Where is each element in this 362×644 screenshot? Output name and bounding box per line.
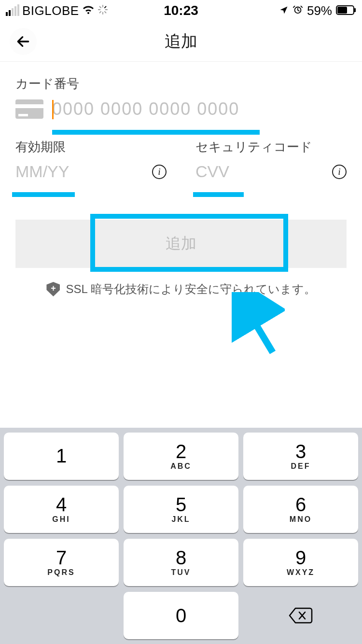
key-4[interactable]: 4GHI [4,486,119,533]
annotation-underline-cvv [193,192,244,197]
status-left: BIGLOBE [6,3,108,18]
svg-rect-11 [354,8,356,12]
key-2[interactable]: 2ABC [124,433,238,480]
key-8[interactable]: 8TUV [124,539,238,586]
key-backspace[interactable] [243,592,358,639]
key-3[interactable]: 3DEF [243,433,358,480]
expiry-label: 有効期限 [15,139,167,155]
card-form: カード番号 有効期限 i セキュリティコード i 追加 [0,62,362,297]
back-button[interactable] [10,28,37,55]
svg-line-7 [105,6,106,8]
location-icon [279,3,289,18]
arrow-left-icon [15,34,31,49]
svg-line-12 [244,304,273,352]
cvv-field: セキュリティコード i [195,139,347,181]
cvv-input[interactable] [195,162,347,181]
svg-rect-10 [337,7,347,14]
key-1[interactable]: 1 [4,433,119,480]
annotation-underline-expiry [12,192,75,197]
alarm-icon [292,3,303,18]
key-0[interactable]: 0 [124,592,238,639]
ssl-note-text: SSL 暗号化技術により安全に守られています。 [66,281,315,297]
shield-icon [46,282,60,296]
numeric-keyboard: 1 2ABC 3DEF 4GHI 5JKL 6MNO 7PQRS 8TUV 9W… [0,428,362,644]
cvv-label: セキュリティコード [195,139,347,155]
signal-icon [6,5,19,16]
annotation-underline-card [52,130,260,135]
card-number-row [15,99,347,119]
battery-icon [336,3,356,18]
status-time: 10:23 [164,3,198,18]
nav-header: 追加 [0,21,362,62]
battery-pct: 59% [307,3,332,18]
svg-line-2 [99,6,101,8]
loading-icon [97,3,108,18]
page-title: 追加 [165,30,197,53]
text-cursor [52,100,54,119]
svg-line-3 [105,11,106,13]
submit-button-label: 追加 [166,233,196,254]
card-number-label: カード番号 [15,75,347,92]
submit-button[interactable]: 追加 [15,220,347,268]
backspace-icon [289,607,313,624]
expiry-field: 有効期限 i [15,139,167,181]
svg-line-6 [99,11,101,13]
expiry-input[interactable] [15,162,167,181]
key-6[interactable]: 6MNO [243,486,358,533]
key-blank [4,592,119,639]
annotation-arrow-icon [232,292,285,362]
key-7[interactable]: 7PQRS [4,539,119,586]
key-5[interactable]: 5JKL [124,486,238,533]
credit-card-icon [15,99,43,119]
card-number-input[interactable] [52,99,347,119]
wifi-icon [82,3,95,18]
carrier-label: BIGLOBE [22,3,79,18]
info-icon[interactable]: i [332,165,347,179]
ssl-note-row: SSL 暗号化技術により安全に守られています。 [15,281,347,297]
status-bar: BIGLOBE 10:23 59% [0,0,362,21]
status-right: 59% [279,3,356,18]
key-9[interactable]: 9WXYZ [243,539,358,586]
info-icon[interactable]: i [152,165,167,179]
